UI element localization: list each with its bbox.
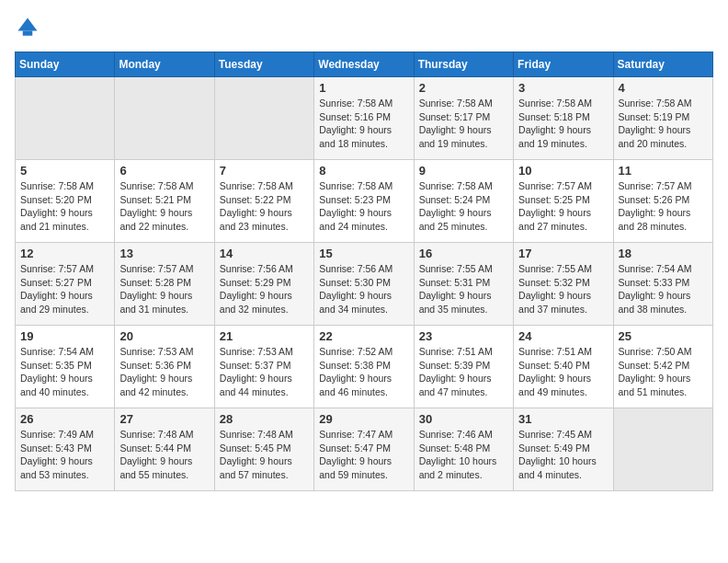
calendar-cell: 7Sunrise: 7:58 AM Sunset: 5:22 PM Daylig…	[214, 160, 313, 243]
header-friday: Friday	[514, 52, 613, 77]
day-info: Sunrise: 7:58 AM Sunset: 5:24 PM Dayligh…	[419, 179, 508, 234]
calendar-cell: 31Sunrise: 7:45 AM Sunset: 5:49 PM Dayli…	[514, 408, 613, 491]
calendar-week-4: 19Sunrise: 7:54 AM Sunset: 5:35 PM Dayli…	[16, 326, 713, 408]
calendar-cell	[214, 77, 313, 160]
day-number: 4	[619, 81, 708, 95]
day-number: 14	[220, 247, 309, 260]
calendar-cell: 9Sunrise: 7:58 AM Sunset: 5:24 PM Daylig…	[414, 160, 513, 243]
day-info: Sunrise: 7:58 AM Sunset: 5:22 PM Dayligh…	[220, 179, 309, 234]
page-header	[15, 15, 713, 40]
calendar-week-1: 1Sunrise: 7:58 AM Sunset: 5:16 PM Daylig…	[16, 77, 713, 160]
day-number: 15	[319, 247, 408, 260]
day-number: 30	[419, 412, 508, 426]
calendar-cell: 30Sunrise: 7:46 AM Sunset: 5:48 PM Dayli…	[414, 408, 513, 491]
calendar-cell: 2Sunrise: 7:58 AM Sunset: 5:17 PM Daylig…	[414, 77, 513, 160]
calendar-cell: 16Sunrise: 7:55 AM Sunset: 5:31 PM Dayli…	[414, 243, 513, 326]
calendar-cell: 6Sunrise: 7:58 AM Sunset: 5:21 PM Daylig…	[115, 160, 214, 243]
day-info: Sunrise: 7:58 AM Sunset: 5:20 PM Dayligh…	[20, 179, 109, 234]
day-number: 2	[419, 81, 508, 95]
day-info: Sunrise: 7:48 AM Sunset: 5:45 PM Dayligh…	[220, 428, 309, 482]
day-number: 6	[119, 164, 209, 178]
day-number: 13	[119, 247, 209, 260]
calendar-cell: 29Sunrise: 7:47 AM Sunset: 5:47 PM Dayli…	[314, 408, 414, 491]
logo-icon	[15, 15, 40, 40]
calendar-cell: 24Sunrise: 7:51 AM Sunset: 5:40 PM Dayli…	[514, 326, 613, 408]
calendar-week-5: 26Sunrise: 7:49 AM Sunset: 5:43 PM Dayli…	[16, 408, 713, 491]
calendar-cell: 27Sunrise: 7:48 AM Sunset: 5:44 PM Dayli…	[115, 408, 214, 491]
day-info: Sunrise: 7:58 AM Sunset: 5:18 PM Dayligh…	[518, 97, 608, 151]
day-info: Sunrise: 7:51 AM Sunset: 5:39 PM Dayligh…	[419, 345, 508, 399]
calendar-cell: 8Sunrise: 7:58 AM Sunset: 5:23 PM Daylig…	[314, 160, 414, 243]
day-info: Sunrise: 7:50 AM Sunset: 5:42 PM Dayligh…	[619, 345, 708, 399]
day-info: Sunrise: 7:55 AM Sunset: 5:31 PM Dayligh…	[419, 262, 508, 316]
day-number: 21	[220, 329, 309, 343]
day-info: Sunrise: 7:58 AM Sunset: 5:17 PM Dayligh…	[419, 97, 508, 151]
calendar-cell: 4Sunrise: 7:58 AM Sunset: 5:19 PM Daylig…	[613, 77, 712, 160]
day-info: Sunrise: 7:56 AM Sunset: 5:30 PM Dayligh…	[319, 262, 408, 316]
day-number: 22	[319, 329, 408, 343]
calendar-table: SundayMondayTuesdayWednesdayThursdayFrid…	[15, 52, 713, 491]
calendar-cell: 10Sunrise: 7:57 AM Sunset: 5:25 PM Dayli…	[514, 160, 613, 243]
header-monday: Monday	[115, 52, 214, 77]
header-wednesday: Wednesday	[314, 52, 414, 77]
header-thursday: Thursday	[414, 52, 513, 77]
calendar-header-row: SundayMondayTuesdayWednesdayThursdayFrid…	[16, 52, 713, 77]
day-info: Sunrise: 7:57 AM Sunset: 5:27 PM Dayligh…	[20, 262, 109, 316]
day-number: 24	[518, 329, 608, 343]
day-info: Sunrise: 7:56 AM Sunset: 5:29 PM Dayligh…	[220, 262, 309, 316]
svg-marker-0	[18, 18, 38, 31]
day-number: 28	[220, 412, 309, 426]
calendar-cell: 19Sunrise: 7:54 AM Sunset: 5:35 PM Dayli…	[16, 326, 115, 408]
calendar-cell: 20Sunrise: 7:53 AM Sunset: 5:36 PM Dayli…	[115, 326, 214, 408]
day-info: Sunrise: 7:47 AM Sunset: 5:47 PM Dayligh…	[319, 428, 408, 482]
day-number: 18	[619, 247, 708, 260]
calendar-cell	[16, 77, 115, 160]
day-number: 9	[419, 164, 508, 178]
day-number: 27	[119, 412, 209, 426]
calendar-week-3: 12Sunrise: 7:57 AM Sunset: 5:27 PM Dayli…	[16, 243, 713, 326]
day-info: Sunrise: 7:54 AM Sunset: 5:35 PM Dayligh…	[20, 345, 109, 399]
calendar-cell: 22Sunrise: 7:52 AM Sunset: 5:38 PM Dayli…	[314, 326, 414, 408]
calendar-cell: 15Sunrise: 7:56 AM Sunset: 5:30 PM Dayli…	[314, 243, 414, 326]
calendar-cell: 1Sunrise: 7:58 AM Sunset: 5:16 PM Daylig…	[314, 77, 414, 160]
day-number: 16	[419, 247, 508, 260]
svg-rect-1	[23, 31, 33, 36]
day-info: Sunrise: 7:57 AM Sunset: 5:28 PM Dayligh…	[119, 262, 209, 316]
calendar-cell: 23Sunrise: 7:51 AM Sunset: 5:39 PM Dayli…	[414, 326, 513, 408]
header-saturday: Saturday	[613, 52, 712, 77]
calendar-cell: 12Sunrise: 7:57 AM Sunset: 5:27 PM Dayli…	[16, 243, 115, 326]
day-number: 29	[319, 412, 408, 426]
day-info: Sunrise: 7:54 AM Sunset: 5:33 PM Dayligh…	[619, 262, 708, 316]
calendar-cell	[613, 408, 712, 491]
header-tuesday: Tuesday	[214, 52, 313, 77]
day-number: 10	[518, 164, 608, 178]
day-number: 23	[419, 329, 508, 343]
day-info: Sunrise: 7:52 AM Sunset: 5:38 PM Dayligh…	[319, 345, 408, 399]
day-number: 8	[319, 164, 408, 178]
calendar-cell: 13Sunrise: 7:57 AM Sunset: 5:28 PM Dayli…	[115, 243, 214, 326]
calendar-cell: 28Sunrise: 7:48 AM Sunset: 5:45 PM Dayli…	[214, 408, 313, 491]
header-sunday: Sunday	[16, 52, 115, 77]
day-info: Sunrise: 7:55 AM Sunset: 5:32 PM Dayligh…	[518, 262, 608, 316]
day-info: Sunrise: 7:53 AM Sunset: 5:37 PM Dayligh…	[220, 345, 309, 399]
day-info: Sunrise: 7:46 AM Sunset: 5:48 PM Dayligh…	[419, 428, 508, 482]
day-number: 5	[20, 164, 109, 178]
day-info: Sunrise: 7:49 AM Sunset: 5:43 PM Dayligh…	[20, 428, 109, 482]
day-number: 11	[619, 164, 708, 178]
day-number: 31	[518, 412, 608, 426]
day-info: Sunrise: 7:57 AM Sunset: 5:25 PM Dayligh…	[518, 179, 608, 234]
day-number: 17	[518, 247, 608, 260]
calendar-cell: 25Sunrise: 7:50 AM Sunset: 5:42 PM Dayli…	[613, 326, 712, 408]
day-info: Sunrise: 7:45 AM Sunset: 5:49 PM Dayligh…	[518, 428, 608, 482]
calendar-cell: 3Sunrise: 7:58 AM Sunset: 5:18 PM Daylig…	[514, 77, 613, 160]
day-info: Sunrise: 7:57 AM Sunset: 5:26 PM Dayligh…	[619, 179, 708, 234]
calendar-cell: 18Sunrise: 7:54 AM Sunset: 5:33 PM Dayli…	[613, 243, 712, 326]
day-number: 20	[119, 329, 209, 343]
day-number: 25	[619, 329, 708, 343]
day-info: Sunrise: 7:58 AM Sunset: 5:19 PM Dayligh…	[619, 97, 708, 151]
calendar-cell	[115, 77, 214, 160]
calendar-cell: 21Sunrise: 7:53 AM Sunset: 5:37 PM Dayli…	[214, 326, 313, 408]
calendar-cell: 17Sunrise: 7:55 AM Sunset: 5:32 PM Dayli…	[514, 243, 613, 326]
logo	[15, 15, 44, 40]
day-info: Sunrise: 7:48 AM Sunset: 5:44 PM Dayligh…	[119, 428, 209, 482]
